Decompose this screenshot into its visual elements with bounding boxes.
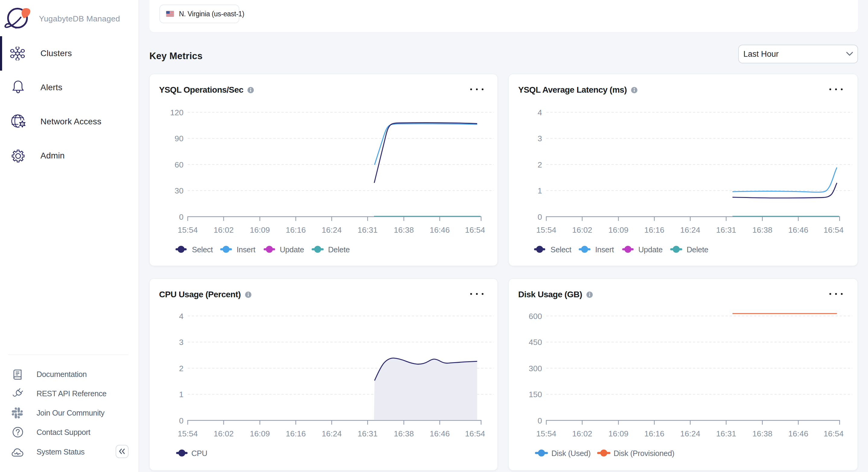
svg-text:CPU: CPU <box>191 449 207 458</box>
svg-text:Delete: Delete <box>687 245 708 254</box>
svg-text:16:38: 16:38 <box>394 225 414 234</box>
svg-text:16:24: 16:24 <box>322 225 342 234</box>
svg-text:150: 150 <box>529 390 542 399</box>
svg-text:16:54: 16:54 <box>824 429 843 438</box>
svg-text:Select: Select <box>551 245 571 254</box>
svg-text:450: 450 <box>529 338 542 347</box>
svg-text:16:02: 16:02 <box>214 225 234 234</box>
svg-text:16:46: 16:46 <box>430 429 450 438</box>
svg-text:16:24: 16:24 <box>680 429 700 438</box>
svg-text:16:46: 16:46 <box>788 429 808 438</box>
svg-text:16:09: 16:09 <box>250 429 270 438</box>
svg-text:16:31: 16:31 <box>358 225 378 234</box>
svg-text:Update: Update <box>638 245 663 254</box>
svg-text:16:38: 16:38 <box>752 429 772 438</box>
svg-text:16:31: 16:31 <box>716 225 736 234</box>
svg-text:16:09: 16:09 <box>609 429 628 438</box>
svg-text:3: 3 <box>179 338 184 347</box>
svg-text:0: 0 <box>537 213 542 222</box>
svg-text:16:16: 16:16 <box>286 225 306 234</box>
svg-text:300: 300 <box>529 364 542 373</box>
svg-text:16:46: 16:46 <box>788 225 808 234</box>
svg-text:600: 600 <box>529 312 542 321</box>
svg-text:15:54: 15:54 <box>178 225 198 234</box>
svg-text:15:54: 15:54 <box>536 429 556 438</box>
svg-text:Insert: Insert <box>595 245 614 254</box>
svg-text:2: 2 <box>179 364 184 373</box>
svg-text:16:02: 16:02 <box>214 429 234 438</box>
svg-text:0: 0 <box>179 416 184 425</box>
svg-text:16:02: 16:02 <box>572 225 592 234</box>
svg-text:Insert: Insert <box>237 245 255 254</box>
svg-text:16:54: 16:54 <box>824 225 843 234</box>
svg-text:16:38: 16:38 <box>394 429 414 438</box>
svg-text:16:24: 16:24 <box>322 429 342 438</box>
svg-text:15:54: 15:54 <box>178 429 198 438</box>
svg-text:Disk (Used): Disk (Used) <box>551 449 591 458</box>
svg-text:16:16: 16:16 <box>286 429 306 438</box>
svg-text:1: 1 <box>179 390 184 399</box>
svg-text:16:09: 16:09 <box>250 225 270 234</box>
svg-text:16:38: 16:38 <box>752 225 772 234</box>
svg-text:4: 4 <box>179 312 184 321</box>
svg-text:0: 0 <box>537 416 542 425</box>
svg-text:16:16: 16:16 <box>644 225 664 234</box>
svg-text:16:31: 16:31 <box>716 429 736 438</box>
svg-text:2: 2 <box>537 160 542 169</box>
svg-text:16:16: 16:16 <box>644 429 664 438</box>
svg-text:Update: Update <box>280 245 304 254</box>
svg-text:1: 1 <box>537 186 542 195</box>
svg-text:16:02: 16:02 <box>572 429 592 438</box>
svg-text:Disk (Provisioned): Disk (Provisioned) <box>614 449 675 458</box>
svg-text:120: 120 <box>170 108 184 117</box>
svg-text:90: 90 <box>175 134 184 143</box>
svg-text:60: 60 <box>175 160 184 169</box>
svg-text:16:09: 16:09 <box>609 225 628 234</box>
svg-text:Delete: Delete <box>328 245 350 254</box>
svg-text:16:54: 16:54 <box>465 429 485 438</box>
svg-text:16:31: 16:31 <box>358 429 378 438</box>
svg-text:0: 0 <box>179 213 184 222</box>
svg-text:16:46: 16:46 <box>430 225 450 234</box>
svg-text:16:24: 16:24 <box>680 225 700 234</box>
svg-text:16:54: 16:54 <box>465 225 485 234</box>
svg-text:Select: Select <box>192 245 213 254</box>
svg-text:15:54: 15:54 <box>536 225 556 234</box>
svg-text:4: 4 <box>537 108 542 117</box>
svg-text:30: 30 <box>175 186 184 195</box>
svg-text:3: 3 <box>537 134 542 143</box>
